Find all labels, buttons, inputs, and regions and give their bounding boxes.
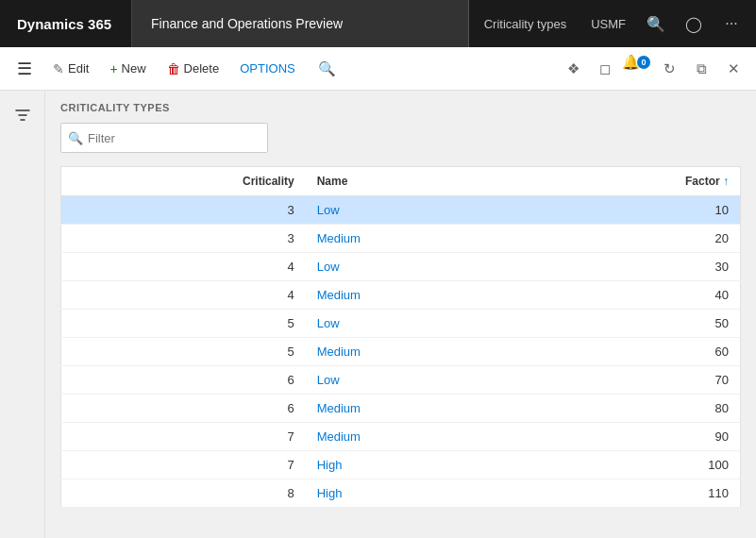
table-row[interactable]: 7High100 xyxy=(61,451,741,479)
cell-criticality: 4 xyxy=(61,281,306,310)
notification-icon[interactable]: 🔔 0 xyxy=(622,54,652,84)
edit-icon: ✎ xyxy=(53,61,64,76)
cell-name: High xyxy=(306,451,523,479)
delete-icon: 🗑 xyxy=(167,61,180,76)
cell-name: Medium xyxy=(306,423,523,451)
new-icon: + xyxy=(109,61,117,76)
cell-name: High xyxy=(306,479,523,508)
table-row[interactable]: 4Medium40 xyxy=(61,281,741,310)
notification-badge-count: 0 xyxy=(637,56,650,69)
brand-logo[interactable]: Dynamics 365 xyxy=(0,0,132,47)
criticality-table: Criticality Name Factor 3Low103Medium204… xyxy=(60,166,741,508)
sidebar-filter-icon[interactable] xyxy=(8,100,38,130)
table-row[interactable]: 8High110 xyxy=(61,479,741,508)
cell-criticality: 7 xyxy=(61,423,306,451)
cell-criticality: 7 xyxy=(61,451,306,479)
brand-text: Dynamics 365 xyxy=(17,16,111,32)
cell-name: Medium xyxy=(306,395,523,423)
app-title: Finance and Operations Preview xyxy=(132,0,469,47)
hamburger-menu[interactable]: ☰ xyxy=(8,52,42,86)
topbar-bookmark-icon[interactable]: ◯ xyxy=(677,7,711,41)
new-button[interactable]: + New xyxy=(100,56,155,82)
cell-factor: 30 xyxy=(523,253,741,281)
cell-factor: 70 xyxy=(523,366,741,395)
table-row[interactable]: 4Low30 xyxy=(61,253,741,281)
company-selector[interactable]: USMF xyxy=(581,17,635,31)
cell-criticality: 8 xyxy=(61,479,306,508)
cell-criticality: 5 xyxy=(61,338,306,366)
cell-factor: 10 xyxy=(523,196,741,225)
toolbar-search-icon[interactable]: 🔍 xyxy=(312,56,343,82)
filter-box: 🔍 xyxy=(60,123,741,153)
cell-name: Low xyxy=(306,253,523,281)
toolbar: ☰ ✎ Edit + New 🗑 Delete OPTIONS 🔍 ❖ ◻ 🔔 … xyxy=(0,47,756,91)
cell-factor: 60 xyxy=(523,338,741,366)
settings-icon[interactable]: ❖ xyxy=(558,54,588,84)
table-row[interactable]: 3Low10 xyxy=(61,196,741,225)
cell-criticality: 5 xyxy=(61,310,306,338)
table-row[interactable]: 6Medium80 xyxy=(61,395,741,423)
topbar-search-icon[interactable]: 🔍 xyxy=(639,7,673,41)
cell-criticality: 4 xyxy=(61,253,306,281)
table-row[interactable]: 5Medium60 xyxy=(61,338,741,366)
cell-criticality: 3 xyxy=(61,225,306,253)
content-area: CRITICALITY TYPES 🔍 Criticality Name Fac… xyxy=(0,91,756,538)
col-criticality[interactable]: Criticality xyxy=(61,167,306,196)
edit-button[interactable]: ✎ Edit xyxy=(43,56,98,82)
cell-name: Low xyxy=(306,310,523,338)
cell-name: Medium xyxy=(306,281,523,310)
col-factor[interactable]: Factor xyxy=(523,167,741,196)
filter-search-icon: 🔍 xyxy=(68,131,83,145)
cell-name: Medium xyxy=(306,225,523,253)
office-icon[interactable]: ◻ xyxy=(590,54,620,84)
cell-factor: 100 xyxy=(523,451,741,479)
section-title: CRITICALITY TYPES xyxy=(60,102,741,113)
table-header: Criticality Name Factor xyxy=(61,167,741,196)
cell-name: Medium xyxy=(306,338,523,366)
toolbar-right-icons: ❖ ◻ 🔔 0 ↻ ⧉ ✕ xyxy=(558,54,748,84)
table-row[interactable]: 7Medium90 xyxy=(61,423,741,451)
cell-factor: 20 xyxy=(523,225,741,253)
cell-factor: 50 xyxy=(523,310,741,338)
page-title: Criticality types xyxy=(469,0,581,47)
table-row[interactable]: 6Low70 xyxy=(61,366,741,395)
refresh-icon[interactable]: ↻ xyxy=(654,54,684,84)
table-row[interactable]: 5Low50 xyxy=(61,310,741,338)
cell-criticality: 6 xyxy=(61,395,306,423)
external-link-icon[interactable]: ⧉ xyxy=(686,54,716,84)
main-panel: CRITICALITY TYPES 🔍 Criticality Name Fac… xyxy=(45,91,756,538)
cell-criticality: 6 xyxy=(61,366,306,395)
cell-factor: 90 xyxy=(523,423,741,451)
cell-criticality: 3 xyxy=(61,196,306,225)
cell-name: Low xyxy=(306,366,523,395)
topbar-right: USMF 🔍 ◯ ··· xyxy=(581,7,756,41)
sidebar xyxy=(0,91,45,538)
table-body: 3Low103Medium204Low304Medium405Low505Med… xyxy=(61,196,741,508)
cell-factor: 40 xyxy=(523,281,741,310)
table-row[interactable]: 3Medium20 xyxy=(61,225,741,253)
top-bar: Dynamics 365 Finance and Operations Prev… xyxy=(0,0,756,47)
cell-name: Low xyxy=(306,196,523,225)
cell-factor: 110 xyxy=(523,479,741,508)
col-name[interactable]: Name xyxy=(306,167,523,196)
delete-button[interactable]: 🗑 Delete xyxy=(158,56,229,82)
close-icon[interactable]: ✕ xyxy=(718,54,748,84)
options-button[interactable]: OPTIONS xyxy=(230,56,305,81)
filter-input[interactable] xyxy=(60,123,268,153)
topbar-more-icon[interactable]: ··· xyxy=(714,7,748,41)
cell-factor: 80 xyxy=(523,395,741,423)
